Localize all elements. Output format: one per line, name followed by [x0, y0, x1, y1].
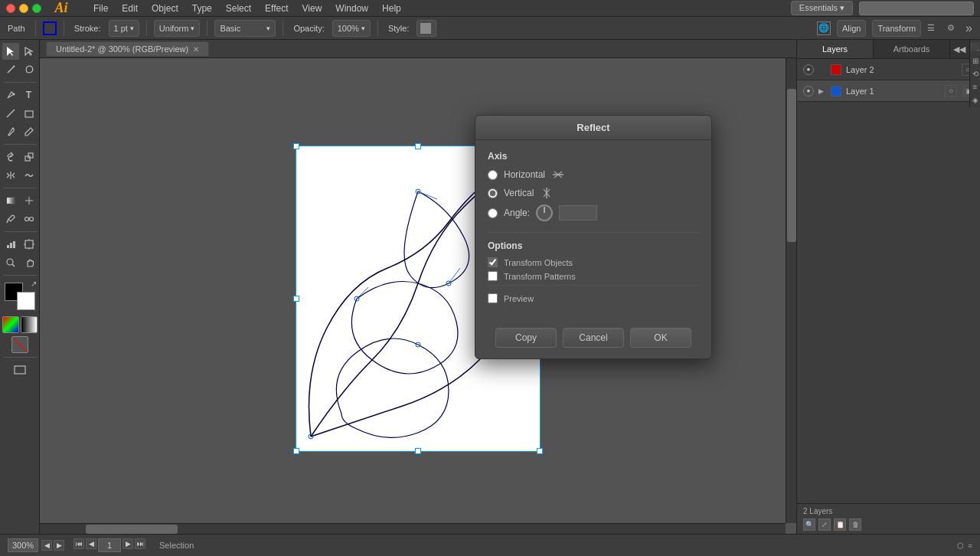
- angle-input[interactable]: 90°: [559, 205, 597, 221]
- mesh-tool[interactable]: [21, 192, 38, 209]
- pen-tool[interactable]: [2, 87, 19, 103]
- preview-checkbox[interactable]: [488, 293, 498, 303]
- panel-toggle-icon[interactable]: ⚙: [947, 22, 959, 34]
- gradient-swatch-btn[interactable]: [21, 316, 38, 333]
- screen-mode-btn[interactable]: [11, 361, 28, 378]
- document-tab[interactable]: Untitled-2* @ 300% (RGB/Preview) ✕: [46, 41, 209, 56]
- transform-patterns-checkbox[interactable]: [488, 271, 498, 281]
- more-icon[interactable]: ☰: [927, 21, 941, 35]
- type-tool[interactable]: T: [21, 87, 38, 103]
- overflow-icon[interactable]: »: [965, 21, 975, 35]
- menu-help[interactable]: Help: [376, 2, 407, 15]
- menu-edit[interactable]: Edit: [116, 2, 144, 15]
- artboard-tool[interactable]: [21, 236, 38, 253]
- reflect-dialog[interactable]: Reflect Axis Horizontal: [475, 115, 712, 359]
- zoom-next-icon[interactable]: ▶: [54, 540, 64, 551]
- transform-btn[interactable]: Transform: [872, 20, 921, 37]
- search-input[interactable]: [859, 2, 974, 15]
- close-button[interactable]: [6, 4, 15, 13]
- pencil-tool[interactable]: [21, 123, 38, 140]
- zoom-tool[interactable]: [2, 254, 19, 271]
- vertical-label[interactable]: Vertical: [504, 188, 534, 198]
- v-scrollbar[interactable]: [786, 58, 796, 523]
- layer-2-visibility[interactable]: ●: [803, 64, 814, 75]
- layers-move-icon[interactable]: ⤢: [818, 518, 831, 531]
- ok-button[interactable]: OK: [630, 328, 691, 348]
- gradient-tool[interactable]: [2, 192, 19, 209]
- layers-delete-icon[interactable]: 🗑: [849, 518, 861, 531]
- essentials-button[interactable]: Essentials ▾: [791, 1, 853, 15]
- layers-search-icon[interactable]: 🔍: [803, 518, 815, 531]
- column-graph-tool[interactable]: [2, 236, 19, 253]
- blend-tool[interactable]: [21, 211, 38, 227]
- web-icon[interactable]: 🌐: [817, 21, 831, 35]
- paintbrush-tool[interactable]: [2, 123, 19, 140]
- pathfinder-icon[interactable]: ◈: [972, 96, 978, 104]
- align-icon[interactable]: ≡: [973, 83, 978, 91]
- rotate-tool[interactable]: [2, 149, 19, 165]
- maximize-button[interactable]: [32, 4, 41, 13]
- layers-tab[interactable]: Layers: [797, 40, 874, 58]
- v-scroll-thumb[interactable]: [787, 89, 796, 242]
- eyedropper-tool[interactable]: [2, 211, 19, 227]
- h-scrollbar[interactable]: [40, 523, 786, 534]
- panel-menu-icon[interactable]: ◀◀: [953, 44, 965, 54]
- angle-label[interactable]: Angle:: [504, 208, 530, 218]
- magic-wand-tool[interactable]: [2, 61, 19, 78]
- transform-objects-label[interactable]: Transform Objects: [504, 258, 573, 267]
- zoom-prev-icon[interactable]: ◀: [41, 540, 52, 551]
- stroke-weight-btn[interactable]: 1 pt ▾: [109, 20, 139, 37]
- menu-view[interactable]: View: [296, 2, 328, 15]
- tab-close-icon[interactable]: ✕: [193, 45, 199, 54]
- horizontal-radio[interactable]: [488, 170, 498, 180]
- line-tool[interactable]: [2, 105, 19, 122]
- color-btn[interactable]: [2, 316, 19, 333]
- h-scroll-thumb[interactable]: [86, 525, 178, 534]
- zoom-input[interactable]: 300%: [8, 538, 38, 552]
- page-next-icon[interactable]: ▶: [122, 538, 133, 549]
- menu-window[interactable]: Window: [329, 2, 374, 15]
- lasso-tool[interactable]: [21, 61, 38, 78]
- cancel-button[interactable]: Cancel: [563, 328, 624, 348]
- direct-selection-tool[interactable]: [21, 43, 38, 60]
- color-panel-icon[interactable]: ⬛: [971, 43, 979, 52]
- basic-btn[interactable]: Basic ▾: [214, 20, 276, 37]
- preview-label[interactable]: Preview: [504, 294, 534, 303]
- scale-tool[interactable]: [21, 149, 38, 165]
- grid-icon[interactable]: ⊞: [972, 57, 978, 65]
- page-input[interactable]: 1: [98, 538, 121, 552]
- layer-1-circle-icon[interactable]: ○: [945, 85, 957, 97]
- selection-tool[interactable]: [2, 43, 19, 60]
- background-color[interactable]: [17, 292, 35, 310]
- rect-tool[interactable]: [21, 105, 38, 122]
- page-prev-icon[interactable]: ◀: [86, 538, 96, 549]
- horizontal-label[interactable]: Horizontal: [504, 169, 545, 180]
- layers-new-icon[interactable]: 📋: [834, 518, 846, 531]
- layer-1-visibility[interactable]: ●: [803, 86, 814, 96]
- stroke-color-swatch[interactable]: [43, 21, 57, 35]
- transform-objects-checkbox[interactable]: [488, 257, 498, 267]
- angle-dial[interactable]: [536, 204, 553, 221]
- warp-tool[interactable]: [21, 167, 38, 184]
- page-last-icon[interactable]: ⏭: [135, 538, 145, 549]
- reflect-tool[interactable]: [2, 167, 19, 184]
- minimize-button[interactable]: [19, 4, 28, 13]
- style-btn[interactable]: [416, 20, 436, 37]
- artboards-tab[interactable]: Artboards: [874, 40, 950, 58]
- transform-patterns-label[interactable]: Transform Patterns: [504, 272, 576, 281]
- menu-type[interactable]: Type: [186, 2, 218, 15]
- swap-colors-icon[interactable]: ↗: [31, 280, 37, 288]
- menu-file[interactable]: File: [87, 2, 114, 15]
- page-first-icon[interactable]: ⏮: [74, 538, 84, 549]
- align-btn[interactable]: Align: [837, 20, 866, 37]
- angle-radio[interactable]: [488, 208, 498, 218]
- layer-1-expand-icon[interactable]: ▶: [818, 87, 826, 95]
- hand-tool[interactable]: [21, 254, 38, 271]
- menu-select[interactable]: Select: [220, 2, 257, 15]
- transform-icon[interactable]: ⟲: [972, 70, 978, 78]
- vertical-radio[interactable]: [488, 188, 498, 198]
- copy-button[interactable]: Copy: [495, 328, 557, 348]
- opacity-btn[interactable]: 100% ▾: [332, 20, 371, 37]
- menu-effect[interactable]: Effect: [259, 2, 294, 15]
- uniform-btn[interactable]: Uniform ▾: [154, 20, 201, 37]
